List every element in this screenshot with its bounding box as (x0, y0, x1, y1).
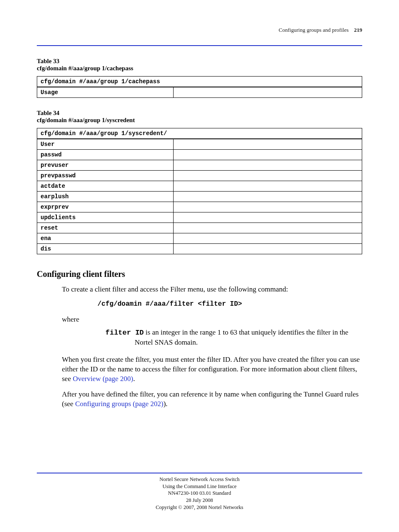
table-cell-left: updclients (37, 212, 174, 223)
table-34-caption: Table 34 cfg/domain #/aaa/group 1/syscre… (37, 110, 362, 124)
table-row: User (37, 139, 362, 150)
table-cell-left: passwd (37, 150, 174, 160)
filters-para2-b: . (133, 375, 135, 383)
footer-rule (37, 473, 362, 473)
footer-line-4: 28 July 2008 (37, 497, 362, 504)
table-row: prevpasswd (37, 171, 362, 181)
filters-para3-link[interactable]: Configuring groups (page 202) (75, 400, 164, 408)
table-row: actdate (37, 181, 362, 192)
table-cell-right (174, 233, 362, 244)
table-cell-left: dis (37, 244, 174, 254)
table-33-rest: cfg/domain #/aaa/group 1/cachepass (37, 65, 133, 72)
table-cell-left: actdate (37, 181, 174, 192)
table-33: cfg/domain #/aaa/group 1/cachepass Usage (37, 76, 362, 98)
table-34-header-path: cfg/domain #/aaa/group 1/syscredent/ (37, 128, 362, 139)
table-row: cfg/domain #/aaa/group 1/syscredent/ (37, 128, 362, 139)
table-cell-left: reset (37, 223, 174, 233)
table-cell-right (174, 87, 362, 98)
filters-definition: filter ID is an integer in the range 1 t… (105, 328, 362, 348)
table-33-caption: Table 33 cfg/domain #/aaa/group 1/cachep… (37, 58, 362, 72)
header-section: Configuring groups and profiles (279, 27, 348, 33)
table-cell-right (174, 171, 362, 181)
filters-term: filter ID (105, 329, 144, 337)
table-row: Usage (37, 87, 362, 98)
table-33-head: Table 33 (37, 58, 59, 64)
table-34: cfg/domain #/aaa/group 1/syscredent/ Use… (37, 128, 362, 254)
table-cell-right (174, 160, 362, 171)
filters-def-rest: is an integer in the range 1 to 63 that … (135, 328, 348, 346)
table-cell-right (174, 223, 362, 233)
filters-command: /cfg/doamin #/aaa/filter <filter ID> (97, 300, 362, 308)
footer-line-2: Using the Command Line Interface (37, 483, 362, 490)
footer-line-5: Copyright © 2007, 2008 Nortel Networks (37, 504, 362, 511)
table-cell-left: prevuser (37, 160, 174, 171)
table-row: earplush (37, 192, 362, 202)
filters-where: where (62, 315, 362, 324)
table-cell-right (174, 139, 362, 150)
page-number: 219 (354, 27, 363, 33)
table-cell-right (174, 192, 362, 202)
table-34-rest: cfg/domain #/aaa/group 1/syscredent (37, 117, 135, 123)
table-cell-left: prevpasswd (37, 171, 174, 181)
table-cell-right (174, 150, 362, 160)
table-33-header-path: cfg/domain #/aaa/group 1/cachepass (37, 77, 362, 87)
table-cell-right (174, 212, 362, 223)
filters-para2-link[interactable]: Overview (page 200) (73, 375, 133, 383)
table-cell-right (174, 181, 362, 192)
page-footer: Nortel Secure Network Access Switch Usin… (37, 473, 362, 511)
table-row: reset (37, 223, 362, 233)
table-row: cfg/domain #/aaa/group 1/cachepass (37, 77, 362, 87)
table-row: passwd (37, 150, 362, 160)
table-row: updclients (37, 212, 362, 223)
table-cell-left: earplush (37, 192, 174, 202)
table-34-head: Table 34 (37, 110, 59, 116)
table-cell-left: User (37, 139, 174, 150)
filters-paragraph-2: When you first create the filter, you mu… (62, 355, 362, 384)
filters-paragraph-3: After you have defined the filter, you c… (62, 390, 362, 409)
header-rule (37, 45, 362, 46)
filters-para3-b: ). (164, 400, 168, 408)
table-cell-left: exprprev (37, 202, 174, 212)
footer-line-3: NN47230-100 03.01 Standard (37, 490, 362, 497)
table-cell-left: Usage (37, 87, 174, 98)
table-row: exprprev (37, 202, 362, 212)
page-header: Configuring groups and profiles 219 (37, 27, 362, 33)
table-cell-left: ena (37, 233, 174, 244)
footer-line-1: Nortel Secure Network Access Switch (37, 476, 362, 483)
table-cell-right (174, 202, 362, 212)
table-row: dis (37, 244, 362, 254)
table-cell-right (174, 244, 362, 254)
section-heading-filters: Configuring client filters (37, 269, 362, 279)
header-right: Configuring groups and profiles 219 (279, 27, 362, 33)
table-row: ena (37, 233, 362, 244)
table-row: prevuser (37, 160, 362, 171)
filters-paragraph-1: To create a client filter and access the… (62, 285, 362, 294)
